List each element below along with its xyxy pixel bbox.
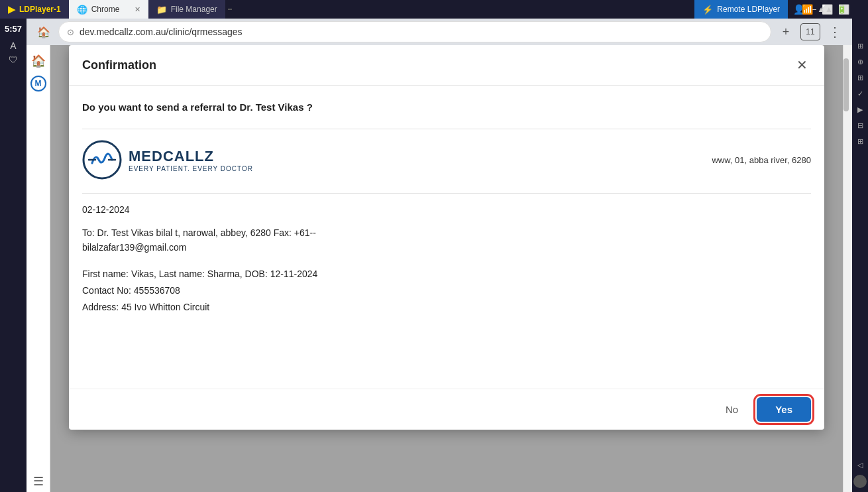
confirmation-dialog: Confirmation ✕ Do you want to send a ref… bbox=[69, 45, 824, 430]
no-button[interactable]: No bbox=[715, 399, 749, 420]
referral-clinic-address: www, 01, abba river, 6280 bbox=[712, 155, 811, 165]
tab-chrome[interactable]: 🌐 Chrome ✕ bbox=[69, 0, 148, 19]
security-icon: ⊙ bbox=[67, 27, 74, 37]
ldplayer-sidebar: ⊞ ⊕ ⊞ ✓ ▶ ⊟ ⊞ ◁ bbox=[852, 0, 868, 492]
referral-header: MEDCALLZ EVERY PATIENT. EVERY DOCTOR www… bbox=[82, 140, 811, 180]
referral-to-block: To: Dr. Test Vikas bilal t, narowal, abb… bbox=[82, 225, 811, 255]
signal-icon: ▲▲ bbox=[817, 5, 833, 14]
wifi-icon: 📶 bbox=[802, 4, 813, 15]
scrollbar[interactable] bbox=[843, 45, 852, 492]
patient-contact: Contact No: 455536708 bbox=[82, 282, 811, 299]
ld-icon-2[interactable]: ⊕ bbox=[854, 56, 866, 68]
status-icon-1: A bbox=[10, 40, 16, 52]
dialog-body: Do you want to send a referral to Dr. Te… bbox=[69, 86, 824, 389]
tab-ldplayer-label: LDPlayer-1 bbox=[19, 5, 61, 14]
url-text: dev.medcallz.com.au/clinic/qrmessages bbox=[80, 27, 243, 37]
dialog-title: Confirmation bbox=[82, 58, 156, 72]
tab-filemanager-label: File Manager bbox=[171, 5, 217, 14]
divider-2 bbox=[82, 193, 811, 194]
battery-icon: 🔋 bbox=[837, 5, 847, 14]
ld-icon-1[interactable]: ⊞ bbox=[854, 40, 866, 52]
tab-ldplayer[interactable]: ▶ LDPlayer-1 bbox=[0, 0, 69, 19]
status-icon-2: 🛡 bbox=[9, 54, 18, 66]
dialog-header: Confirmation ✕ bbox=[69, 45, 824, 86]
patient-address: Address: 45 Ivo Whitton Circuit bbox=[82, 299, 811, 316]
ld-icon-6[interactable]: ⊟ bbox=[854, 119, 866, 131]
browser-toolbar: 🏠 ⊙ dev.medcallz.com.au/clinic/qrmessage… bbox=[27, 19, 852, 45]
referral-to-line: To: Dr. Test Vikas bilal t, narowal, abb… bbox=[82, 225, 811, 240]
ld-icon-bottom-1[interactable]: ◁ bbox=[854, 459, 866, 471]
remote-label: Remote LDPlayer bbox=[717, 5, 780, 14]
logo-container: MEDCALLZ EVERY PATIENT. EVERY DOCTOR bbox=[82, 140, 253, 180]
referral-date: 02-12-2024 bbox=[82, 204, 811, 215]
more-options-button[interactable]: ⋮ bbox=[826, 23, 844, 41]
dialog-footer: No Yes bbox=[69, 389, 824, 430]
sidebar-app-icon[interactable]: M bbox=[30, 76, 46, 92]
confirmation-question: Do you want to send a referral to Dr. Te… bbox=[82, 101, 811, 113]
chrome-tab-close[interactable]: ✕ bbox=[135, 5, 140, 14]
sidebar-home-icon[interactable]: 🏠 bbox=[28, 50, 49, 72]
tab-filemanager[interactable]: 📁 File Manager bbox=[148, 0, 225, 19]
home-button[interactable]: 🏠 bbox=[34, 23, 53, 41]
clock: 5:57 bbox=[5, 24, 22, 34]
referral-to-email: bilalzafar139@gmail.com bbox=[82, 240, 811, 255]
tab-count: 11 bbox=[806, 27, 814, 36]
taskbar: ▶ LDPlayer-1 🌐 Chrome ✕ 📁 File Manager ⚡… bbox=[0, 0, 868, 19]
divider-1 bbox=[82, 129, 811, 129]
ld-circle[interactable] bbox=[853, 475, 867, 488]
ld-icon-4[interactable]: ✓ bbox=[854, 88, 866, 99]
address-bar[interactable]: ⊙ dev.medcallz.com.au/clinic/qrmessages bbox=[58, 21, 771, 42]
system-tray: 📶 ▲▲ 🔋 bbox=[802, 0, 852, 19]
ld-icon-3[interactable]: ⊞ bbox=[854, 72, 866, 84]
dialog-close-button[interactable]: ✕ bbox=[792, 56, 811, 74]
ld-icon-7[interactable]: ⊞ bbox=[854, 135, 866, 147]
tab-count-button[interactable]: 11 bbox=[800, 23, 820, 40]
patient-name-dob: First name: Vikas, Last name: Sharma, DO… bbox=[82, 266, 811, 282]
ld-icon-5[interactable]: ▶ bbox=[854, 103, 866, 115]
dialog-overlay: Confirmation ✕ Do you want to send a ref… bbox=[50, 45, 843, 492]
yes-button[interactable]: Yes bbox=[757, 397, 811, 422]
new-tab-button[interactable]: + bbox=[777, 23, 795, 41]
logo-brand-text: MEDCALLZ bbox=[129, 148, 253, 165]
referral-patient-block: First name: Vikas, Last name: Sharma, DO… bbox=[82, 266, 811, 316]
medcallz-logo-icon bbox=[82, 140, 122, 180]
logo-text: MEDCALLZ EVERY PATIENT. EVERY DOCTOR bbox=[129, 148, 253, 172]
sidebar-menu-icon[interactable]: ☰ bbox=[28, 471, 49, 492]
status-bar-left: 5:57 A 🛡 bbox=[0, 19, 27, 492]
tab-remote-ldplayer[interactable]: ⚡ Remote LDPlayer bbox=[694, 0, 788, 19]
scrollbar-thumb[interactable] bbox=[843, 58, 849, 111]
logo-tagline-text: EVERY PATIENT. EVERY DOCTOR bbox=[129, 165, 253, 172]
tab-chrome-label: Chrome bbox=[91, 5, 120, 14]
